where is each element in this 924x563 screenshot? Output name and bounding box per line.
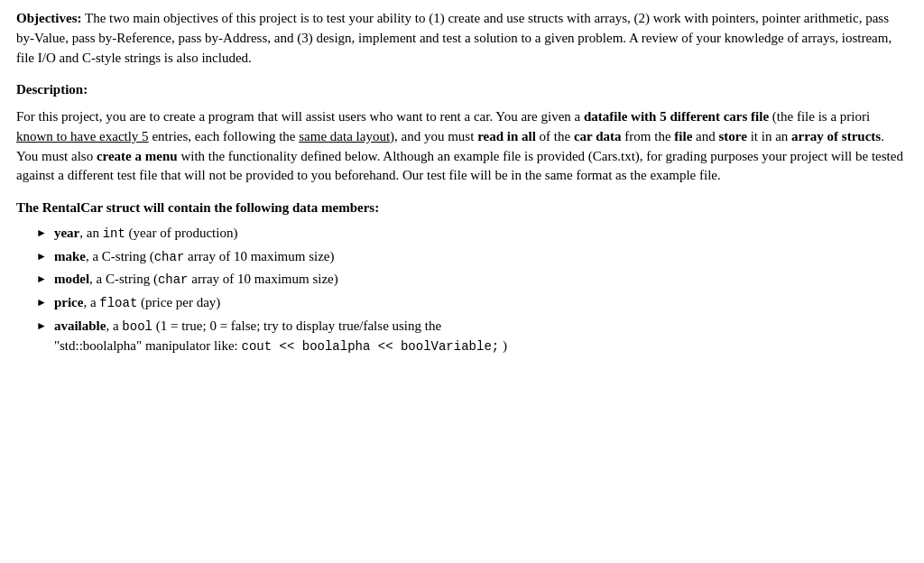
item-price-content: price, a float (price per day) [54, 293, 220, 313]
desc-mid-2: entries, each following the [149, 129, 300, 143]
item-model-end: array of 10 maximum size) [189, 272, 338, 286]
item-available-rest: , a [106, 318, 122, 333]
item-price-bold: price [54, 295, 83, 309]
desc-mid-5: from the [622, 129, 675, 143]
desc-bold-3: car data [574, 129, 622, 143]
item-make-bold: make [54, 249, 86, 263]
list-item-price: ► price, a float (price per day) [36, 293, 908, 313]
item-price-mono: float [99, 296, 137, 310]
desc-mid-4: of the [536, 129, 574, 143]
desc-mid-7: it in an [747, 129, 791, 143]
desc-bold-2: read in all [477, 129, 536, 143]
item-year-rest: , an [79, 226, 102, 240]
item-price-end: (price per day) [137, 295, 220, 309]
desc-text-start: For this project, you are to create a pr… [16, 109, 584, 124]
arrow-icon-4: ► [36, 295, 47, 310]
item-model-content: model, a C-string (char array of 10 maxi… [54, 270, 338, 290]
desc-mid-3: ), and you must [390, 129, 477, 143]
struct-section: The RentalCar struct will contain the fo… [16, 198, 908, 355]
desc-mid-1: (the file is a priori [769, 109, 870, 124]
item-make-mono: char [154, 250, 185, 264]
list-item-available: ► available, a bool (1 = true; 0 = false… [36, 317, 908, 356]
description-section: Description: For this project, you are t… [16, 80, 908, 186]
desc-underline-1: known to have exactly 5 [16, 129, 149, 143]
list-item-model: ► model, a C-string (char array of 10 ma… [36, 270, 908, 290]
description-header: Description: [16, 80, 908, 100]
list-item-make: ► make, a C-string (char array of 10 max… [36, 247, 908, 267]
objectives-label: Objectives: [16, 11, 81, 25]
objectives-text: The two main objectives of this project … [16, 11, 892, 65]
struct-header: The RentalCar struct will contain the fo… [16, 198, 908, 218]
objectives-paragraph: Objectives: The two main objectives of t… [16, 9, 908, 68]
desc-mid-6: and [692, 129, 718, 143]
item-model-rest: , a C-string ( [89, 272, 158, 286]
desc-bold-6: array of structs [791, 129, 881, 143]
item-model-mono: char [158, 272, 189, 287]
description-paragraph: For this project, you are to create a pr… [16, 107, 908, 186]
item-available-content: available, a bool (1 = true; 0 = false; … [54, 317, 507, 356]
item-price-rest: , a [83, 295, 99, 309]
objectives-section: Objectives: The two main objectives of t… [16, 9, 908, 68]
desc-bold-1: datafile with 5 different cars file [584, 109, 769, 124]
item-make-rest: , a C-string ( [86, 249, 154, 263]
item-make-content: make, a C-string (char array of 10 maxim… [54, 247, 335, 267]
arrow-icon-2: ► [36, 249, 47, 264]
item-available-bold: available [54, 318, 106, 333]
desc-bold-5: store [718, 129, 746, 143]
item-make-end: array of 10 maximum size) [184, 249, 334, 263]
item-year-content: year, an int (year of production) [54, 224, 238, 244]
arrow-icon-3: ► [36, 272, 47, 287]
item-year-end: (year of production) [125, 226, 238, 240]
list-item-year: ► year, an int (year of production) [36, 224, 908, 244]
desc-underline-2: same data layout [299, 129, 390, 143]
item-available-mono: bool [122, 319, 152, 334]
desc-bold-7: create a menu [97, 149, 178, 163]
item-model-bold: model [54, 272, 89, 286]
arrow-icon-1: ► [36, 226, 47, 241]
description-label: Description: [16, 82, 88, 97]
arrow-icon-5: ► [36, 318, 47, 334]
struct-list: ► year, an int (year of production) ► ma… [16, 224, 908, 356]
desc-bold-4: file [674, 129, 692, 143]
item-year-bold: year [54, 226, 79, 240]
item-year-mono: int [103, 226, 125, 241]
